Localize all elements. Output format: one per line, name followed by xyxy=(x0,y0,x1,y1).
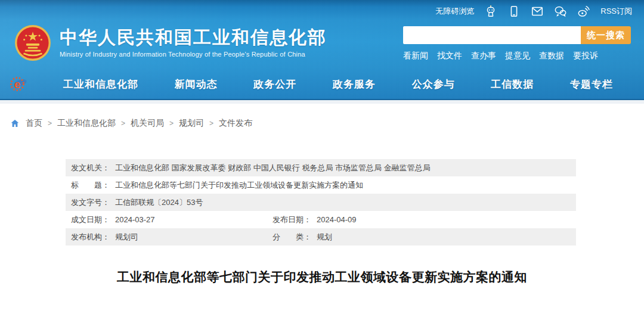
meta-value: 2024-04-09 xyxy=(317,215,357,224)
meta-value: 工业和信息化部等七部门关于印发推动工业领域设备更新实施方案的通知 xyxy=(115,180,363,191)
robot-mascot-icon[interactable] xyxy=(484,5,497,18)
unified-search-button[interactable]: 统一搜索 xyxy=(581,26,631,44)
site-header: 无障碍浏览 xyxy=(0,0,644,100)
search-input[interactable] xyxy=(403,26,581,44)
site-title-block: 中华人民共和国工业和信息化部 Ministry of Industry and … xyxy=(60,27,327,58)
meta-label: 发布机构： xyxy=(71,232,110,243)
nav-item-special-columns[interactable]: 专题专栏 xyxy=(570,79,613,90)
quick-link-complaints[interactable]: 要投诉 xyxy=(573,51,598,61)
nav-item-industry-data[interactable]: 工信数据 xyxy=(491,79,534,90)
svg-text:e: e xyxy=(14,78,21,91)
nav-item-gov-disclosure[interactable]: 政务公开 xyxy=(253,79,296,90)
meta-label: 标 题： xyxy=(71,180,110,191)
breadcrumb-separator: > xyxy=(169,119,174,128)
nav-list: 工业和信息化部 新闻动态 政务公开 政务服务 公众参与 工信数据 专题专栏 xyxy=(63,77,613,91)
national-emblem-icon xyxy=(14,24,51,61)
quick-link-services[interactable]: 查办事 xyxy=(471,51,496,61)
meta-label: 成文日期： xyxy=(71,215,110,225)
document-meta-table: 发文机关： 工业和信息化部 国家发展改革委 财政部 中国人民银行 税务总局 市场… xyxy=(66,159,576,246)
utility-topbar: 无障碍浏览 xyxy=(0,0,644,23)
miit-e-gear-logo-icon[interactable]: e xyxy=(8,74,29,94)
meta-label: 分 类： xyxy=(273,232,311,243)
mobile-phone-icon[interactable] xyxy=(507,5,521,18)
nav-item-miit[interactable]: 工业和信息化部 xyxy=(63,79,138,90)
breadcrumb: 首页 > 工业和信息化部 > 机关司局 > 规划司 > 文件发布 xyxy=(0,104,644,129)
site-name-cn: 中华人民共和国工业和信息化部 xyxy=(60,27,327,48)
nav-item-public-participation[interactable]: 公众参与 xyxy=(412,79,455,90)
meta-value: 工业和信息化部 国家发展改革委 财政部 中国人民银行 税务总局 市场监管总局 金… xyxy=(115,163,431,173)
weibo-icon[interactable] xyxy=(577,5,590,18)
breadcrumb-document-release[interactable]: 文件发布 xyxy=(219,118,252,129)
site-logo[interactable]: 中华人民共和国工业和信息化部 Ministry of Industry and … xyxy=(14,24,327,61)
header-main-row: 中华人民共和国工业和信息化部 Ministry of Industry and … xyxy=(0,23,644,61)
nav-item-news[interactable]: 新闻动态 xyxy=(175,79,218,90)
quick-link-documents[interactable]: 找文件 xyxy=(437,51,462,61)
rss-link[interactable]: RSS订阅 xyxy=(600,6,632,17)
breadcrumb-separator: > xyxy=(48,119,52,128)
breadcrumb-departments[interactable]: 机关司局 xyxy=(131,118,164,129)
breadcrumb-separator: > xyxy=(121,119,125,128)
meta-value: 规划 xyxy=(317,232,332,243)
breadcrumb-separator: > xyxy=(209,119,213,128)
breadcrumb-planning-dept[interactable]: 规划司 xyxy=(179,118,204,129)
meta-label: 发布日期： xyxy=(273,215,311,225)
meta-row-document-number: 发文字号： 工信部联规〔2024〕53号 xyxy=(66,194,576,211)
meta-row-publisher-category: 发布机构： 规划司 分 类： 规划 xyxy=(66,228,576,246)
meta-value: 工信部联规〔2024〕53号 xyxy=(115,197,203,208)
meta-label: 发文字号： xyxy=(71,197,110,208)
main-nav: e 工业和信息化部 新闻动态 政务公开 政务服务 公众参与 工信数据 专题专栏 xyxy=(0,69,644,99)
article-title: 工业和信息化部等七部门关于印发推动工业领域设备更新实施方案的通知 xyxy=(0,269,644,285)
breadcrumb-miit[interactable]: 工业和信息化部 xyxy=(57,118,116,129)
meta-value: 规划司 xyxy=(115,232,138,243)
accessibility-link[interactable]: 无障碍浏览 xyxy=(435,6,474,17)
quick-link-data[interactable]: 查数据 xyxy=(539,51,564,61)
search-area: 统一搜索 看新闻 找文件 查办事 提意见 查数据 要投诉 xyxy=(403,26,631,61)
nav-item-gov-services[interactable]: 政务服务 xyxy=(333,79,376,90)
quick-link-news[interactable]: 看新闻 xyxy=(403,51,428,61)
quick-links: 看新闻 找文件 查办事 提意见 查数据 要投诉 xyxy=(403,51,631,61)
meta-row-dates: 成文日期： 2024-03-27 发布日期： 2024-04-09 xyxy=(66,211,576,228)
site-name-en: Ministry of Industry and Information Tec… xyxy=(60,51,327,58)
meta-row-issuing-agencies: 发文机关： 工业和信息化部 国家发展改革委 财政部 中国人民银行 税务总局 市场… xyxy=(66,159,576,176)
quick-link-suggestions[interactable]: 提意见 xyxy=(505,51,530,61)
meta-row-title: 标 题： 工业和信息化部等七部门关于印发推动工业领域设备更新实施方案的通知 xyxy=(66,176,576,194)
breadcrumb-home[interactable]: 首页 xyxy=(26,118,42,129)
meta-value: 2024-03-27 xyxy=(115,215,155,224)
mail-icon[interactable] xyxy=(531,5,544,18)
meta-label: 发文机关： xyxy=(71,163,110,173)
content-area: 首页 > 工业和信息化部 > 机关司局 > 规划司 > 文件发布 发文机关： 工… xyxy=(0,100,644,285)
wechat-icon[interactable] xyxy=(554,5,567,18)
home-icon[interactable] xyxy=(10,119,20,128)
